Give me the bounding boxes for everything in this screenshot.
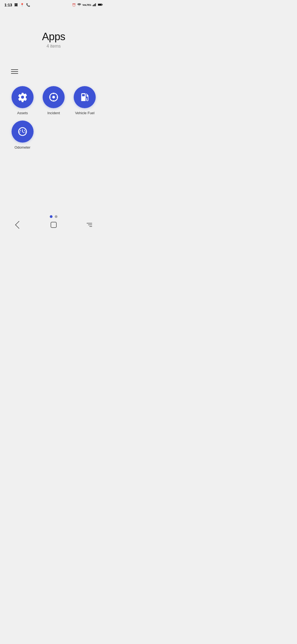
menu-button[interactable] bbox=[6, 65, 24, 78]
alarm-icon: ⏰ bbox=[72, 3, 76, 7]
app-item-assets[interactable]: Assets bbox=[8, 86, 37, 115]
odometer-icon-circle bbox=[12, 121, 34, 143]
status-time: 1:13 bbox=[4, 3, 12, 7]
home-square-icon bbox=[51, 222, 57, 228]
page-dot-1 bbox=[50, 215, 53, 218]
app-item-odometer[interactable]: Odometer bbox=[8, 121, 37, 149]
svg-rect-3 bbox=[95, 3, 96, 6]
header-section: Apps 4 items bbox=[6, 9, 102, 65]
apps-grid: Assets Incident bbox=[6, 86, 102, 149]
crosshair-icon bbox=[48, 92, 59, 102]
nav-buttons bbox=[0, 218, 107, 232]
fuel-icon bbox=[79, 92, 90, 102]
status-left: 1:13 🖼 📍 📞 bbox=[4, 3, 30, 7]
incident-label: Incident bbox=[47, 111, 60, 115]
recents-line-2 bbox=[88, 225, 92, 225]
back-arrow-icon bbox=[15, 221, 23, 229]
app-item-vehicle-fuel[interactable]: Vehicle Fuel bbox=[71, 86, 99, 115]
svg-rect-5 bbox=[98, 4, 102, 5]
assets-icon-circle bbox=[12, 86, 34, 108]
vehicle-fuel-icon-circle bbox=[74, 86, 96, 108]
hamburger-line-1 bbox=[11, 69, 18, 70]
back-button[interactable] bbox=[11, 220, 25, 230]
svg-rect-2 bbox=[94, 4, 95, 6]
svg-rect-1 bbox=[94, 4, 94, 6]
svg-rect-6 bbox=[102, 4, 103, 5]
page-subtitle: 4 items bbox=[46, 44, 61, 49]
bottom-nav bbox=[0, 213, 107, 232]
page-title: Apps bbox=[42, 31, 65, 43]
status-right: ⏰ VoLTE1 bbox=[72, 3, 103, 7]
lte-icon: VoLTE1 bbox=[82, 4, 91, 6]
status-bar: 1:13 🖼 📍 📞 ⏰ VoLTE1 bbox=[0, 0, 107, 9]
maps-icon: 📍 bbox=[20, 3, 24, 7]
main-content: Apps 4 items Assets bbox=[0, 9, 107, 149]
incident-icon-circle bbox=[43, 86, 65, 108]
battery-icon bbox=[98, 3, 103, 7]
recents-icon bbox=[87, 223, 92, 227]
speedometer-icon bbox=[17, 126, 28, 137]
signal-icon bbox=[93, 3, 97, 7]
recents-line-1 bbox=[87, 223, 92, 223]
app-item-incident[interactable]: Incident bbox=[39, 86, 68, 115]
page-dot-2 bbox=[55, 215, 57, 218]
gear-icon bbox=[17, 92, 28, 102]
hamburger-line-2 bbox=[11, 71, 18, 72]
recents-button[interactable] bbox=[82, 220, 96, 230]
assets-label: Assets bbox=[17, 111, 28, 115]
svg-rect-0 bbox=[93, 5, 93, 6]
wifi-icon bbox=[77, 3, 81, 7]
gallery-icon: 🖼 bbox=[14, 3, 18, 7]
page-dots bbox=[50, 215, 57, 218]
hamburger-line-3 bbox=[11, 73, 18, 74]
odometer-label: Odometer bbox=[15, 145, 31, 149]
vehicle-fuel-label: Vehicle Fuel bbox=[75, 111, 95, 115]
home-button[interactable] bbox=[47, 220, 61, 230]
phone-icon: 📞 bbox=[26, 3, 30, 7]
recents-line-3 bbox=[89, 226, 92, 227]
